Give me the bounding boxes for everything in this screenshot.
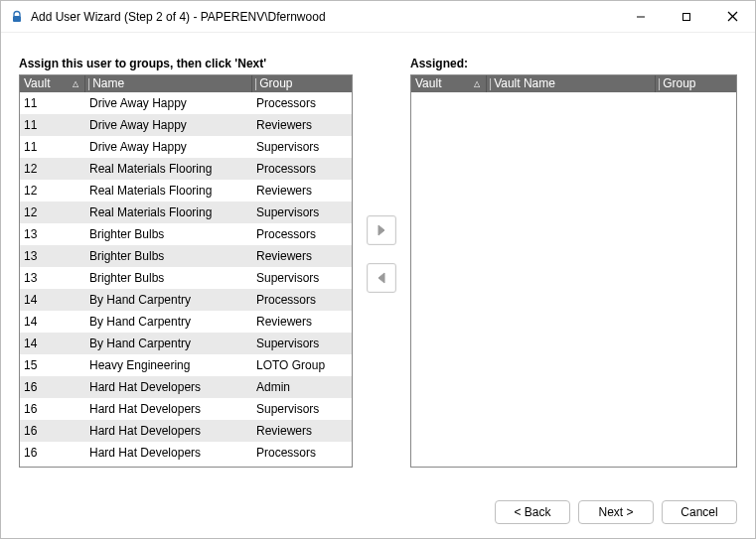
cell-name: By Hand Carpentry xyxy=(85,289,252,311)
maximize-button[interactable] xyxy=(664,1,709,32)
wizard-content: Assign this user to groups, then click '… xyxy=(1,33,755,490)
transfer-buttons xyxy=(353,57,410,293)
table-row[interactable]: 13Brighter BulbsReviewers xyxy=(20,245,352,267)
cancel-button[interactable]: Cancel xyxy=(662,500,737,524)
col-header-group[interactable]: |Group xyxy=(656,75,736,92)
table-row[interactable]: 11Drive Away HappyReviewers xyxy=(20,114,352,136)
cell-name: Drive Away Happy xyxy=(85,136,252,158)
cell-vault: 13 xyxy=(20,223,85,245)
cell-name: Drive Away Happy xyxy=(85,114,252,136)
table-row[interactable]: 14By Hand CarpentryReviewers xyxy=(20,311,352,333)
table-row[interactable]: 12Real Materials FlooringProcessors xyxy=(20,158,352,180)
cell-name: Real Materials Flooring xyxy=(85,202,252,223)
cell-vault: 11 xyxy=(20,92,85,114)
title-bar: Add User Wizard (Step 2 of 4) - PAPERENV… xyxy=(1,1,755,33)
cell-group: Admin xyxy=(252,376,352,398)
cell-name: Brighter Bulbs xyxy=(85,245,252,267)
cell-group: Reviewers xyxy=(252,180,352,202)
assigned-groups-panel: Assigned: Vault △ |Vault Name |Group xyxy=(410,57,737,468)
table-row[interactable]: 16Hard Hat DevelopersReviewers xyxy=(20,420,352,442)
cell-vault: 11 xyxy=(20,114,85,136)
col-header-group[interactable]: |Group xyxy=(252,75,352,92)
svg-rect-0 xyxy=(13,16,21,22)
col-header-vault[interactable]: Vault △ xyxy=(20,75,85,92)
cell-group: Processors xyxy=(252,158,352,180)
assigned-groups-list[interactable]: Vault △ |Vault Name |Group xyxy=(410,74,737,468)
cell-name: Real Materials Flooring xyxy=(85,158,252,180)
wizard-footer: < Back Next > Cancel xyxy=(1,490,755,538)
cell-group: Supervisors xyxy=(252,202,352,223)
table-row[interactable]: 16Hard Hat DevelopersAdmin xyxy=(20,376,352,398)
available-list-body[interactable]: 11Drive Away HappyProcessors11Drive Away… xyxy=(20,92,352,467)
cell-vault: 12 xyxy=(20,202,85,223)
table-row[interactable]: 12Real Materials FlooringSupervisors xyxy=(20,202,352,223)
svg-rect-2 xyxy=(683,13,690,20)
cell-group: Reviewers xyxy=(252,311,352,333)
unassign-button[interactable] xyxy=(367,263,396,293)
cell-vault: 14 xyxy=(20,333,85,354)
back-button[interactable]: < Back xyxy=(495,500,570,524)
instruction-text: Assign this user to groups, then click '… xyxy=(19,57,353,70)
cell-group: Processors xyxy=(252,442,352,464)
cell-vault: 12 xyxy=(20,180,85,202)
cell-vault: 16 xyxy=(20,376,85,398)
table-row[interactable]: 11Drive Away HappySupervisors xyxy=(20,136,352,158)
col-header-vault-name[interactable]: |Vault Name xyxy=(487,75,656,92)
cell-name: Hard Hat Developers xyxy=(85,398,252,420)
cell-group: Processors xyxy=(252,223,352,245)
table-row[interactable]: 15Heavy EngineeringLOTO Group xyxy=(20,354,352,376)
next-button[interactable]: Next > xyxy=(578,500,654,524)
cell-vault: 13 xyxy=(20,267,85,289)
table-row[interactable]: 12Real Materials FlooringReviewers xyxy=(20,180,352,202)
table-row[interactable]: 16Hard Hat DevelopersSupervisors xyxy=(20,398,352,420)
cell-name: Drive Away Happy xyxy=(85,92,252,114)
col-header-name[interactable]: |Name xyxy=(85,75,252,92)
cell-name: Real Materials Flooring xyxy=(85,180,252,202)
table-row[interactable]: 16Hard Hat DevelopersProcessors xyxy=(20,442,352,464)
cell-vault: 16 xyxy=(20,398,85,420)
cell-group: Reviewers xyxy=(252,420,352,442)
available-groups-list[interactable]: Vault △ |Name |Group 11Drive Away HappyP… xyxy=(19,74,353,468)
cell-vault: 14 xyxy=(20,311,85,333)
cell-name: Heavy Engineering xyxy=(85,354,252,376)
lock-icon xyxy=(9,9,25,25)
table-row[interactable]: 11Drive Away HappyProcessors xyxy=(20,92,352,114)
assign-button[interactable] xyxy=(367,215,396,245)
cell-name: Hard Hat Developers xyxy=(85,420,252,442)
sort-asc-icon: △ xyxy=(73,75,78,92)
cell-name: Brighter Bulbs xyxy=(85,223,252,245)
assigned-list-header: Vault △ |Vault Name |Group xyxy=(411,75,736,92)
cell-group: Reviewers xyxy=(252,245,352,267)
cell-group: Supervisors xyxy=(252,136,352,158)
available-groups-panel: Assign this user to groups, then click '… xyxy=(19,57,353,468)
sort-asc-icon: △ xyxy=(474,75,480,92)
cell-vault: 16 xyxy=(20,420,85,442)
cell-vault: 13 xyxy=(20,245,85,267)
col-header-vault[interactable]: Vault △ xyxy=(411,75,487,92)
cell-vault: 16 xyxy=(20,442,85,464)
table-row[interactable]: 13Brighter BulbsSupervisors xyxy=(20,267,352,289)
window-controls xyxy=(618,1,755,32)
cell-vault: 11 xyxy=(20,136,85,158)
available-list-header: Vault △ |Name |Group xyxy=(20,75,352,92)
cell-group: Supervisors xyxy=(252,398,352,420)
close-button[interactable] xyxy=(709,1,755,32)
cell-group: Supervisors xyxy=(252,333,352,354)
window-title: Add User Wizard (Step 2 of 4) - PAPERENV… xyxy=(31,10,618,24)
minimize-button[interactable] xyxy=(618,1,664,32)
table-row[interactable]: 13Brighter BulbsProcessors xyxy=(20,223,352,245)
cell-group: Supervisors xyxy=(252,267,352,289)
cell-vault: 15 xyxy=(20,354,85,376)
cell-vault: 12 xyxy=(20,158,85,180)
cell-name: Hard Hat Developers xyxy=(85,442,252,464)
assigned-list-body[interactable] xyxy=(411,92,736,467)
cell-group: Reviewers xyxy=(252,114,352,136)
table-row[interactable]: 14By Hand CarpentrySupervisors xyxy=(20,333,352,354)
assigned-label: Assigned: xyxy=(410,57,737,70)
cell-name: By Hand Carpentry xyxy=(85,333,252,354)
cell-name: Hard Hat Developers xyxy=(85,376,252,398)
cell-group: Processors xyxy=(252,289,352,311)
table-row[interactable]: 14By Hand CarpentryProcessors xyxy=(20,289,352,311)
cell-name: By Hand Carpentry xyxy=(85,311,252,333)
cell-vault: 14 xyxy=(20,289,85,311)
